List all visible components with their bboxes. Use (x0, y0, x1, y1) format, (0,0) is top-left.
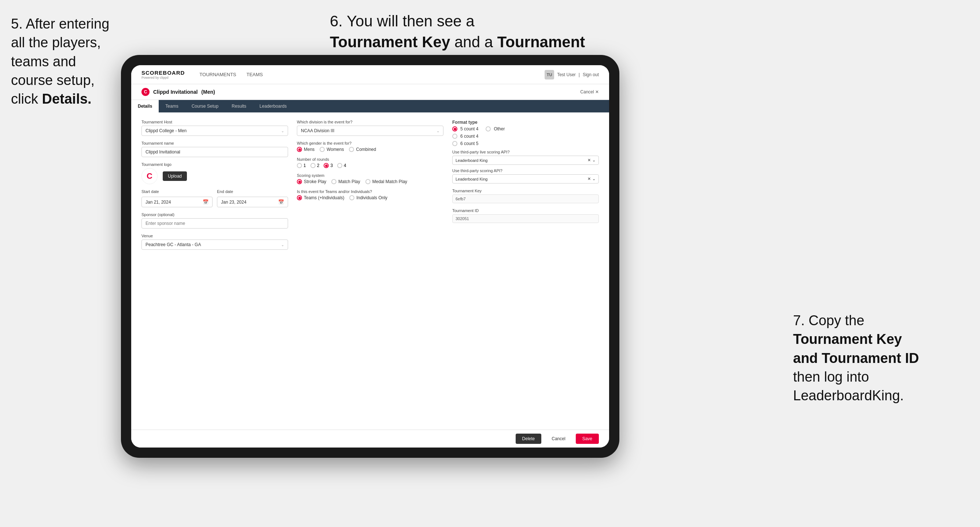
format-radio-group-left: 5 count 4 6 count 4 6 count 5 (452, 126, 478, 146)
ann-br-key: Tournament Key (793, 332, 902, 347)
footer-bar: Delete Cancel Save (131, 430, 609, 448)
ann-left-line1: 5. After entering (11, 16, 109, 32)
5count4-radio[interactable] (452, 126, 457, 132)
tab-teams[interactable]: Teams (159, 100, 185, 113)
round-3-radio[interactable] (324, 163, 329, 168)
ann-tr-mid: and a (450, 33, 497, 51)
tab-results[interactable]: Results (225, 100, 253, 113)
annotation-left: 5. After entering all the players, teams… (11, 15, 128, 108)
third-party-1-group: Use third-party live scoring API? Leader… (452, 150, 599, 165)
start-date-label: Start date (142, 189, 213, 194)
rounds-label: Number of rounds (297, 157, 444, 162)
tablet-frame: SCOREBOARD Powered by clippd TOURNAMENTS… (121, 55, 619, 458)
gender-mens[interactable]: Mens (297, 147, 315, 152)
scoring-medal-match[interactable]: Medal Match Play (365, 179, 407, 184)
teams-plus[interactable]: Teams (+Individuals) (297, 195, 344, 200)
gender-combined[interactable]: Combined (349, 147, 376, 152)
main-content: Tournament Host Clippd College - Men ⌄ T… (131, 113, 609, 430)
third-party-2-group: Use third-party scoring API? Leaderboard… (452, 168, 599, 184)
calendar-icon: 📅 (203, 199, 208, 205)
round-2[interactable]: 2 (310, 163, 320, 168)
sponsor-input[interactable] (142, 218, 288, 229)
tournament-logo-group: Tournament logo C Upload (142, 162, 288, 184)
nav-link-tournaments[interactable]: TOURNAMENTS (199, 72, 236, 77)
gender-group: Which gender is the event for? Mens Wome… (297, 141, 444, 152)
match-play-radio[interactable] (331, 179, 336, 184)
tournament-id-label: Tournament ID (452, 208, 599, 213)
tournament-key-label: Tournament Key (452, 189, 599, 193)
rounds-group: Number of rounds 1 2 (297, 157, 444, 168)
scoring-match-play[interactable]: Match Play (331, 179, 360, 184)
scoring-stroke-play[interactable]: Stroke Play (297, 179, 326, 184)
ann-left-line2: all the players, (11, 35, 101, 50)
third-party-2-select[interactable]: Leaderboard King ✕⌄ (452, 174, 599, 184)
left-column: Tournament Host Clippd College - Men ⌄ T… (142, 120, 288, 250)
round-3[interactable]: 3 (324, 163, 333, 168)
round-4[interactable]: 4 (337, 163, 346, 168)
individuals-only[interactable]: Individuals Only (349, 195, 387, 200)
end-date-input[interactable]: Jan 23, 2024 📅 (217, 197, 288, 207)
6count5-radio[interactable] (452, 141, 457, 146)
tournament-name-label: Tournament name (142, 141, 288, 145)
round-4-radio[interactable] (337, 163, 342, 168)
tournament-host-group: Tournament Host Clippd College - Men ⌄ (142, 120, 288, 136)
logo-preview: C (142, 168, 158, 184)
upload-button[interactable]: Upload (163, 171, 187, 181)
delete-button[interactable]: Delete (515, 433, 542, 444)
third-party-1-select[interactable]: Leaderboard King ✕⌄ (452, 156, 599, 165)
right-column: Format type 5 count 4 6 count 4 (452, 120, 599, 250)
venue-input[interactable]: Peachtree GC - Atlanta - GA ⌄ (142, 240, 288, 250)
teams-group: Is this event for Teams and/or Individua… (297, 189, 444, 200)
format-6count4[interactable]: 6 count 4 (452, 134, 478, 139)
middle-column: Which division is the event for? NCAA Di… (297, 120, 444, 250)
format-other[interactable]: Other (485, 126, 505, 132)
content-grid: Tournament Host Clippd College - Men ⌄ T… (142, 120, 599, 250)
ann-tr-tournament-key: Tournament Key (330, 33, 450, 51)
sponsor-label: Sponsor (optional) (142, 213, 288, 217)
ann-br-line1: 7. Copy the (793, 313, 864, 328)
nav-avatar: TU (545, 70, 554, 79)
format-group: Format type 5 count 4 6 count 4 (452, 120, 599, 146)
scoring-group: Scoring system Stroke Play Match Play (297, 173, 444, 184)
round-1-radio[interactable] (297, 163, 302, 168)
division-input[interactable]: NCAA Division III ⌄ (297, 125, 444, 136)
sign-out-link[interactable]: Sign out (583, 72, 599, 77)
tournament-host-input[interactable]: Clippd College - Men ⌄ (142, 125, 288, 136)
tab-leaderboards[interactable]: Leaderboards (253, 100, 293, 113)
save-button[interactable]: Save (576, 433, 599, 444)
date-row: Start date Jan 21, 2024 📅 End date Jan 2… (142, 189, 288, 207)
ann-br-id: and Tournament ID (793, 351, 919, 366)
gender-mens-radio[interactable] (297, 147, 302, 152)
tab-course-setup[interactable]: Course Setup (185, 100, 225, 113)
format-6count5[interactable]: 6 count 5 (452, 141, 478, 146)
round-1[interactable]: 1 (297, 163, 306, 168)
medal-match-radio[interactable] (365, 179, 371, 184)
6count4-radio[interactable] (452, 134, 457, 139)
footer-cancel-button[interactable]: Cancel (545, 433, 572, 444)
round-2-radio[interactable] (310, 163, 315, 168)
brand-name: SCOREBOARD (142, 70, 185, 76)
tournament-title: C Clippd Invitational (Men) (142, 88, 215, 96)
start-date-input[interactable]: Jan 21, 2024 📅 (142, 197, 213, 207)
individuals-only-radio[interactable] (349, 195, 355, 200)
ann-left-line3: teams and (11, 54, 76, 69)
logo-upload: C Upload (142, 168, 288, 184)
third-party-2-label: Use third-party scoring API? (452, 168, 599, 173)
gender-womens-radio[interactable] (320, 147, 325, 152)
ann-br-line4: then log into (793, 369, 869, 384)
gender-combined-radio[interactable] (349, 147, 354, 152)
other-radio[interactable] (485, 126, 491, 132)
teams-plus-radio[interactable] (297, 195, 302, 200)
stroke-play-radio[interactable] (297, 179, 302, 184)
nav-link-teams[interactable]: TEAMS (247, 72, 263, 77)
gender-womens[interactable]: Womens (320, 147, 344, 152)
brand-sub: Powered by clippd (142, 76, 185, 79)
nav-links: TOURNAMENTS TEAMS (199, 72, 545, 77)
tournament-name-input[interactable]: Clippd Invitational (142, 147, 288, 157)
division-group: Which division is the event for? NCAA Di… (297, 120, 444, 136)
nav-right: TU Test User | Sign out (545, 70, 599, 79)
teams-label: Is this event for Teams and/or Individua… (297, 189, 444, 194)
format-5count4[interactable]: 5 count 4 (452, 126, 478, 132)
cancel-button[interactable]: Cancel ✕ (580, 89, 599, 94)
tab-details[interactable]: Details (131, 100, 159, 113)
